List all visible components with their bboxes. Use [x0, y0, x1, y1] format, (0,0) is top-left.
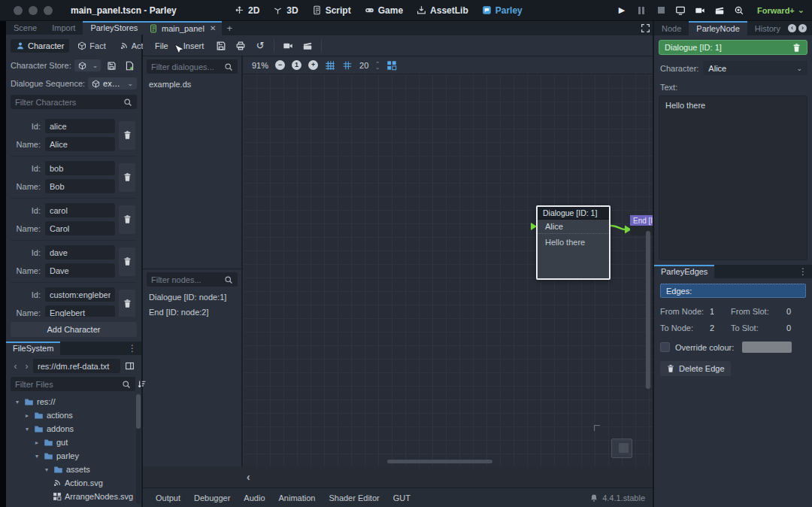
- input-port-icon[interactable]: [531, 223, 537, 230]
- character-name-field[interactable]: [45, 179, 115, 193]
- test-dialogue-from-node-icon[interactable]: [299, 38, 316, 53]
- chevron-expanded-icon[interactable]: ▾: [23, 426, 31, 433]
- filesystem-scrollbar[interactable]: [136, 394, 141, 504]
- tab-parleystores[interactable]: ParleyStores: [83, 21, 145, 35]
- character-id-field[interactable]: [45, 203, 115, 217]
- bottom-tab-shader-editor[interactable]: Shader Editor: [323, 491, 384, 505]
- print-dialogue-icon[interactable]: [232, 38, 249, 53]
- tab-history[interactable]: History: [747, 21, 788, 35]
- test-dialogue-icon[interactable]: [280, 38, 296, 53]
- character-name-field[interactable]: [45, 137, 115, 151]
- filter-files-search[interactable]: [11, 377, 135, 391]
- save-dialogue-icon[interactable]: [213, 38, 229, 53]
- tab-import[interactable]: Import: [44, 21, 83, 35]
- inspector-forward-icon[interactable]: ›: [798, 24, 807, 32]
- dock-menu-icon[interactable]: ⋮: [123, 342, 141, 355]
- node-list-item[interactable]: Dialogue [ID: node:1]: [147, 290, 238, 305]
- tab-parley[interactable]: Parley: [482, 5, 523, 16]
- renderer-info-icon[interactable]: [734, 5, 744, 16]
- close-icon[interactable]: ✕: [210, 24, 216, 32]
- minimize-window-button[interactable]: [29, 6, 38, 15]
- delete-character-button[interactable]: [119, 163, 135, 192]
- tab-main-panel[interactable]: main_panel ✕: [143, 21, 222, 35]
- fs-item-addons[interactable]: ▾addons: [11, 422, 137, 436]
- filter-nodes-search[interactable]: [147, 272, 238, 287]
- stop-button[interactable]: [656, 5, 666, 16]
- character-id-field[interactable]: [45, 287, 115, 302]
- collapse-sidebar-icon[interactable]: ‹: [247, 471, 250, 483]
- sort-files-icon[interactable]: [137, 378, 147, 391]
- delete-character-button[interactable]: [119, 247, 135, 276]
- trash-icon[interactable]: [792, 43, 801, 53]
- remote-debug-icon[interactable]: [675, 5, 686, 16]
- character-select[interactable]: Alice ⌄: [703, 61, 807, 75]
- save-store-button[interactable]: [104, 59, 119, 72]
- chevron-expanded-icon[interactable]: ▾: [33, 453, 41, 460]
- override-colour-checkbox[interactable]: [660, 342, 670, 352]
- distraction-free-icon[interactable]: [638, 21, 653, 35]
- renderer-select[interactable]: Forward+ ⌄: [757, 5, 804, 15]
- spinner-down-icon[interactable]: ⌄: [375, 65, 380, 69]
- from-node-value[interactable]: 1: [710, 307, 731, 316]
- fs-item-arrangenodes-svg[interactable]: ArrangeNodes.svg: [11, 490, 137, 503]
- dialogue-graph-node[interactable]: Dialogue [ID: 1] Alice Hello there: [536, 205, 611, 280]
- dock-menu-icon[interactable]: ⋮: [809, 23, 812, 34]
- delete-character-button[interactable]: [119, 290, 135, 317]
- fs-item-actions[interactable]: ▸actions: [11, 408, 137, 422]
- reset-view-icon[interactable]: ↺: [252, 38, 268, 53]
- character-name-field[interactable]: [45, 305, 115, 317]
- tab-filesystem[interactable]: FileSystem: [6, 342, 60, 355]
- delete-edge-button[interactable]: Delete Edge: [660, 361, 731, 376]
- bottom-tab-gut[interactable]: GUT: [388, 491, 416, 505]
- history-back-icon[interactable]: ‹: [11, 361, 20, 372]
- delete-character-button[interactable]: [119, 205, 135, 234]
- history-forward-icon[interactable]: ›: [22, 361, 32, 372]
- dialogue-node-title[interactable]: Dialogue [ID: 1]: [538, 207, 609, 220]
- fs-item-res[interactable]: ▾res://: [11, 395, 137, 408]
- file-menu[interactable]: File: [149, 39, 174, 53]
- chevron-collapsed-icon[interactable]: ▸: [33, 439, 41, 446]
- bottom-tab-animation[interactable]: Animation: [274, 491, 321, 505]
- filter-nodes-input[interactable]: [151, 275, 224, 284]
- store-tab-character[interactable]: Character: [11, 39, 69, 53]
- to-node-value[interactable]: 2: [710, 323, 731, 332]
- filesystem-path-field[interactable]: [33, 359, 120, 373]
- close-window-button[interactable]: [14, 6, 23, 15]
- zoom-window-button[interactable]: [44, 6, 53, 15]
- dock-menu-icon[interactable]: ⋮: [794, 265, 812, 278]
- tab-2d[interactable]: 2D: [235, 5, 259, 16]
- fs-item-gut[interactable]: ▸gut: [11, 436, 137, 449]
- from-slot-value[interactable]: 0: [786, 307, 806, 316]
- to-slot-value[interactable]: 0: [786, 323, 806, 332]
- bottom-tab-audio[interactable]: Audio: [238, 491, 270, 505]
- new-tab-button[interactable]: +: [222, 21, 237, 35]
- tab-parleyedges[interactable]: ParleyEdges: [654, 265, 714, 278]
- graph-minimap[interactable]: [611, 439, 632, 458]
- tab-game[interactable]: Game: [365, 5, 403, 16]
- tab-script[interactable]: Script: [312, 5, 351, 16]
- edges-header[interactable]: Edges:: [660, 284, 806, 298]
- bottom-tab-output[interactable]: Output: [150, 491, 186, 505]
- character-id-field[interactable]: [45, 161, 115, 175]
- filter-characters-input[interactable]: [15, 98, 123, 107]
- delete-character-button[interactable]: [119, 121, 135, 150]
- fs-item-action-svg[interactable]: Action.svg: [11, 476, 137, 490]
- bottom-tab-debugger[interactable]: Debugger: [189, 491, 235, 505]
- grid-toggle-icon[interactable]: [342, 59, 353, 70]
- character-id-field[interactable]: [45, 119, 115, 133]
- tab-3d[interactable]: 3D: [273, 5, 298, 16]
- split-view-icon[interactable]: [122, 360, 137, 373]
- inspector-back-icon[interactable]: ‹: [788, 24, 796, 32]
- arrange-nodes-icon[interactable]: [386, 59, 397, 70]
- version-label[interactable]: 4.4.1.stable: [602, 493, 645, 502]
- snap-toggle-icon[interactable]: [325, 59, 335, 70]
- notifications-bell-icon[interactable]: [589, 493, 598, 502]
- dialogue-text-area[interactable]: Hello there: [659, 96, 807, 260]
- add-character-button[interactable]: Add Character: [11, 322, 137, 337]
- tab-scene[interactable]: Scene: [6, 21, 44, 35]
- grid-size-value[interactable]: 20: [359, 61, 368, 70]
- graph-canvas[interactable]: Dialogue [ID: 1] Alice Hello there End […: [243, 74, 653, 466]
- zoom-out-button[interactable]: −: [275, 60, 285, 70]
- new-store-button[interactable]: [122, 59, 137, 72]
- zoom-reset-button[interactable]: 1: [292, 60, 301, 70]
